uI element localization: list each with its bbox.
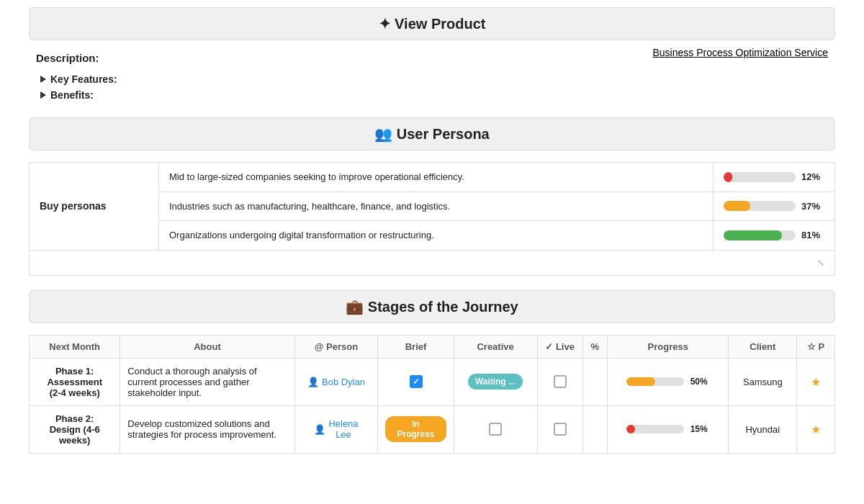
user-persona-title: 👥 User Persona — [374, 126, 490, 142]
person-icon-1: 👤 — [307, 377, 319, 387]
stages-section: 💼 Stages of the Journey Next Month About… — [29, 290, 835, 454]
resize-handle: ⤡ — [30, 250, 835, 275]
col-header-brief: Brief — [378, 335, 454, 358]
stages-title: 💼 Stages of the Journey — [346, 299, 518, 315]
extra-cell-1: ★ — [797, 358, 835, 405]
col-header-next-month: Next Month — [30, 335, 120, 358]
key-features-row[interactable]: Key Features: — [29, 71, 835, 87]
person-link-1[interactable]: 👤 Bob Dylan — [302, 377, 371, 387]
creative-cell-1: Waiting ... — [454, 358, 537, 405]
persona-progress-1: 12% — [714, 163, 835, 192]
progress-pct-2: 37% — [801, 201, 824, 212]
table-row: Phase 2: Design (4-6 weeks) Develop cust… — [30, 405, 835, 453]
about-1: Conduct a thorough analysis of current p… — [120, 358, 294, 405]
persona-progress-3: 81% — [714, 221, 835, 251]
tbl-progress-fill-2 — [626, 425, 635, 433]
brief-checkbox-1[interactable]: ✓ — [385, 375, 446, 388]
live-checkbox-1[interactable] — [545, 375, 575, 388]
resize-row: ⤡ — [30, 250, 835, 275]
stages-header: 💼 Stages of the Journey — [29, 290, 835, 323]
about-2: Develop customized solutions and strateg… — [120, 405, 294, 453]
creative-cell-2 — [454, 405, 537, 453]
tbl-progress-fill-1 — [626, 377, 655, 386]
col-header-percent: % — [582, 335, 607, 358]
table-row: Phase 1: Assessment (2-4 weeks) Conduct … — [30, 358, 835, 405]
user-persona-section: 👥 User Persona Buy personas Mid to large… — [29, 117, 835, 276]
star-icon-1[interactable]: ★ — [811, 376, 821, 388]
percent-cell-1 — [582, 358, 607, 405]
progress-fill-1 — [724, 172, 732, 182]
benefits-row[interactable]: Benefits: — [29, 87, 835, 103]
checkbox-unchecked-icon — [554, 375, 567, 388]
phase-label-1: Phase 1: Assessment (2-4 weeks) — [30, 358, 120, 405]
user-persona-header: 👥 User Persona — [29, 117, 835, 150]
live-cell-2 — [537, 405, 582, 453]
col-header-client: Client — [729, 335, 797, 358]
key-features-label: Key Features: — [50, 73, 117, 85]
inprogress-badge-2[interactable]: In Progress — [385, 416, 446, 442]
col-header-progress: Progress — [607, 335, 728, 358]
brief-cell-1: ✓ — [378, 358, 454, 405]
persona-desc-2: Industries such as manufacturing, health… — [159, 192, 714, 221]
progress-fill-2 — [724, 201, 750, 211]
table-header-row: Next Month About @ Person Brief Creative… — [30, 335, 835, 358]
progress-pct-1: 12% — [801, 171, 824, 182]
benefits-label: Benefits: — [50, 89, 94, 101]
col-header-extra: ☆ P — [797, 335, 835, 358]
persona-desc-3: Organizations undergoing digital transfo… — [159, 221, 714, 251]
waiting-badge-1[interactable]: Waiting ... — [468, 374, 523, 390]
view-product-section: ✦ View Product Description: Business Pro… — [29, 7, 835, 103]
client-cell-2: Hyundai — [729, 405, 797, 453]
person-name-2: Helena Lee — [328, 418, 358, 440]
person-cell-1: 👤 Bob Dylan — [294, 358, 378, 405]
person-name-1: Bob Dylan — [322, 377, 365, 387]
expand-icon — [40, 76, 46, 83]
col-header-live: ✓ Live — [537, 335, 582, 358]
view-product-header: ✦ View Product — [29, 7, 835, 40]
checkbox-unchecked-icon — [489, 423, 502, 436]
brief-cell-2: In Progress — [378, 405, 454, 453]
progress-fill-3 — [724, 230, 782, 240]
person-cell-2: 👤 Helena Lee — [294, 405, 378, 453]
checkbox-unchecked-icon — [554, 423, 567, 436]
col-header-person: @ Person — [294, 335, 378, 358]
persona-desc-1: Mid to large-sized companies seeking to … — [159, 163, 714, 192]
client-cell-1: Samsung — [729, 358, 797, 405]
journey-table: Next Month About @ Person Brief Creative… — [29, 335, 835, 454]
col-header-creative: Creative — [454, 335, 537, 358]
persona-progress-2: 37% — [714, 192, 835, 221]
progress-cell-1: 50% — [607, 358, 728, 405]
product-link[interactable]: Business Process Optimization Service — [652, 47, 828, 58]
person-icon-2: 👤 — [314, 424, 325, 435]
percent-cell-2 — [582, 405, 607, 453]
description-label: Description: — [36, 52, 99, 64]
view-product-title: ✦ View Product — [379, 16, 486, 32]
person-link-2[interactable]: 👤 Helena Lee — [302, 418, 371, 440]
page-wrapper: ✦ View Product Description: Business Pro… — [0, 0, 864, 482]
expand-icon — [40, 91, 46, 99]
star-icon-2[interactable]: ★ — [811, 423, 821, 436]
progress-pct-3: 81% — [801, 230, 824, 240]
tbl-progress-pct-2: 15% — [688, 424, 710, 434]
description-block: Description: Business Process Optimizati… — [29, 52, 835, 68]
phase-label-2: Phase 2: Design (4-6 weeks) — [30, 405, 120, 453]
extra-cell-2: ★ — [797, 405, 835, 453]
checkbox-checked-icon: ✓ — [410, 375, 423, 388]
live-checkbox-2[interactable] — [545, 423, 575, 436]
progress-cell-2: 15% — [607, 405, 728, 453]
persona-row-1: Buy personas Mid to large-sized companie… — [30, 163, 835, 192]
live-cell-1 — [537, 358, 582, 405]
creative-checkbox-2[interactable] — [462, 423, 530, 436]
tbl-progress-pct-1: 50% — [688, 377, 710, 387]
col-header-about: About — [120, 335, 294, 358]
persona-table: Buy personas Mid to large-sized companie… — [29, 162, 835, 276]
persona-label: Buy personas — [30, 163, 159, 251]
